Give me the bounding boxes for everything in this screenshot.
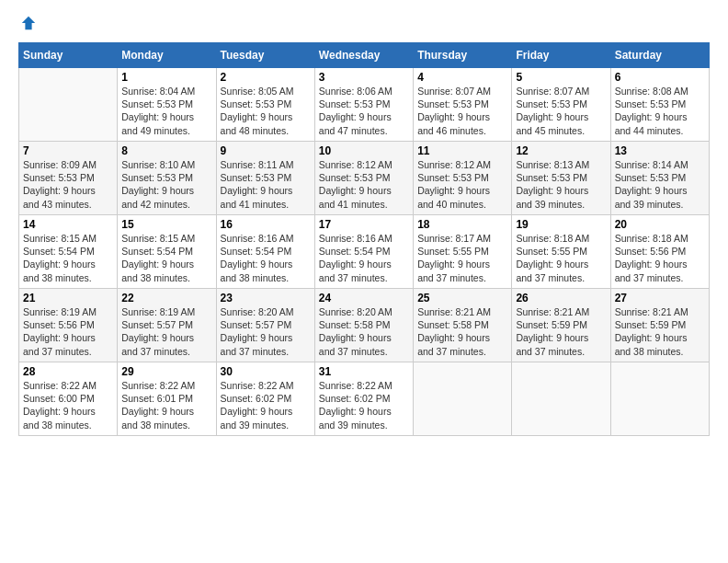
calendar-header-friday: Friday [512, 43, 610, 68]
calendar-cell: 26Sunrise: 8:21 AM Sunset: 5:59 PM Dayli… [512, 289, 610, 362]
day-info: Sunrise: 8:13 AM Sunset: 5:53 PM Dayligh… [516, 158, 606, 211]
day-info: Sunrise: 8:19 AM Sunset: 5:56 PM Dayligh… [23, 305, 113, 358]
day-info: Sunrise: 8:10 AM Sunset: 5:53 PM Dayligh… [121, 158, 211, 211]
day-info: Sunrise: 8:08 AM Sunset: 5:53 PM Dayligh… [615, 85, 705, 137]
day-info: Sunrise: 8:20 AM Sunset: 5:57 PM Dayligh… [221, 305, 311, 358]
day-info: Sunrise: 8:12 AM Sunset: 5:53 PM Dayligh… [319, 158, 409, 211]
day-number: 2 [221, 71, 311, 84]
calendar-cell: 20Sunrise: 8:18 AM Sunset: 5:56 PM Dayli… [610, 215, 709, 289]
calendar-header-wednesday: Wednesday [314, 43, 413, 68]
calendar-cell: 1Sunrise: 8:04 AM Sunset: 5:53 PM Daylig… [118, 68, 216, 142]
day-info: Sunrise: 8:07 AM Sunset: 5:53 PM Dayligh… [516, 85, 606, 137]
day-info: Sunrise: 8:19 AM Sunset: 5:57 PM Dayligh… [121, 305, 211, 358]
day-number: 26 [516, 292, 606, 304]
calendar-cell: 18Sunrise: 8:17 AM Sunset: 5:55 PM Dayli… [414, 215, 512, 289]
day-number: 5 [516, 71, 606, 84]
logo-icon [20, 15, 37, 31]
day-info: Sunrise: 8:22 AM Sunset: 6:02 PM Dayligh… [319, 379, 409, 431]
day-number: 9 [221, 144, 311, 157]
calendar-cell: 23Sunrise: 8:20 AM Sunset: 5:57 PM Dayli… [216, 289, 314, 362]
day-number: 23 [221, 292, 311, 304]
day-number: 6 [615, 71, 705, 84]
day-number: 7 [23, 144, 113, 157]
calendar-cell: 10Sunrise: 8:12 AM Sunset: 5:53 PM Dayli… [314, 142, 413, 215]
calendar-week-4: 21Sunrise: 8:19 AM Sunset: 5:56 PM Dayli… [19, 289, 710, 362]
day-number: 11 [417, 144, 507, 157]
day-info: Sunrise: 8:22 AM Sunset: 6:02 PM Dayligh… [221, 379, 311, 431]
day-info: Sunrise: 8:20 AM Sunset: 5:58 PM Dayligh… [319, 305, 409, 358]
day-number: 13 [615, 144, 705, 157]
calendar-cell: 12Sunrise: 8:13 AM Sunset: 5:53 PM Dayli… [512, 142, 610, 215]
calendar-cell: 25Sunrise: 8:21 AM Sunset: 5:58 PM Dayli… [414, 289, 512, 362]
calendar-cell: 6Sunrise: 8:08 AM Sunset: 5:53 PM Daylig… [610, 68, 709, 142]
calendar-cell [610, 362, 709, 436]
day-number: 19 [516, 218, 606, 231]
day-info: Sunrise: 8:05 AM Sunset: 5:53 PM Dayligh… [221, 85, 311, 137]
day-info: Sunrise: 8:22 AM Sunset: 6:01 PM Dayligh… [121, 379, 211, 431]
day-number: 30 [221, 365, 311, 378]
day-info: Sunrise: 8:21 AM Sunset: 5:59 PM Dayligh… [615, 305, 705, 358]
day-number: 18 [417, 218, 507, 231]
day-number: 29 [121, 365, 211, 378]
page-container: SundayMondayTuesdayWednesdayThursdayFrid… [0, 0, 728, 445]
logo [18, 15, 37, 31]
day-number: 15 [121, 218, 211, 231]
day-number: 31 [319, 365, 409, 378]
calendar-cell: 4Sunrise: 8:07 AM Sunset: 5:53 PM Daylig… [414, 68, 512, 142]
calendar-cell: 5Sunrise: 8:07 AM Sunset: 5:53 PM Daylig… [512, 68, 610, 142]
header [18, 15, 710, 31]
day-number: 1 [121, 71, 211, 84]
day-info: Sunrise: 8:16 AM Sunset: 5:54 PM Dayligh… [319, 232, 409, 284]
day-number: 16 [221, 218, 311, 231]
calendar-week-1: 1Sunrise: 8:04 AM Sunset: 5:53 PM Daylig… [19, 68, 710, 142]
calendar-header-monday: Monday [118, 43, 216, 68]
calendar-header-thursday: Thursday [414, 43, 512, 68]
calendar-cell: 31Sunrise: 8:22 AM Sunset: 6:02 PM Dayli… [314, 362, 413, 436]
calendar-cell: 28Sunrise: 8:22 AM Sunset: 6:00 PM Dayli… [19, 362, 118, 436]
calendar-cell: 14Sunrise: 8:15 AM Sunset: 5:54 PM Dayli… [19, 215, 118, 289]
calendar-cell: 24Sunrise: 8:20 AM Sunset: 5:58 PM Dayli… [314, 289, 413, 362]
calendar-header-row: SundayMondayTuesdayWednesdayThursdayFrid… [19, 43, 710, 68]
calendar-cell: 15Sunrise: 8:15 AM Sunset: 5:54 PM Dayli… [118, 215, 216, 289]
calendar-cell [512, 362, 610, 436]
calendar-week-5: 28Sunrise: 8:22 AM Sunset: 6:00 PM Dayli… [19, 362, 710, 436]
day-number: 14 [23, 218, 113, 231]
day-number: 21 [23, 292, 113, 304]
day-info: Sunrise: 8:16 AM Sunset: 5:54 PM Dayligh… [221, 232, 311, 284]
day-info: Sunrise: 8:04 AM Sunset: 5:53 PM Dayligh… [121, 85, 211, 137]
calendar-cell: 7Sunrise: 8:09 AM Sunset: 5:53 PM Daylig… [19, 142, 118, 215]
calendar-cell: 17Sunrise: 8:16 AM Sunset: 5:54 PM Dayli… [314, 215, 413, 289]
day-info: Sunrise: 8:17 AM Sunset: 5:55 PM Dayligh… [417, 232, 507, 284]
calendar-cell: 9Sunrise: 8:11 AM Sunset: 5:53 PM Daylig… [216, 142, 314, 215]
day-info: Sunrise: 8:06 AM Sunset: 5:53 PM Dayligh… [319, 85, 409, 137]
calendar-cell: 2Sunrise: 8:05 AM Sunset: 5:53 PM Daylig… [216, 68, 314, 142]
day-number: 24 [319, 292, 409, 304]
day-number: 12 [516, 144, 606, 157]
calendar-header-saturday: Saturday [610, 43, 709, 68]
calendar-header-sunday: Sunday [19, 43, 118, 68]
calendar-cell: 29Sunrise: 8:22 AM Sunset: 6:01 PM Dayli… [118, 362, 216, 436]
day-info: Sunrise: 8:18 AM Sunset: 5:55 PM Dayligh… [516, 232, 606, 284]
day-info: Sunrise: 8:09 AM Sunset: 5:53 PM Dayligh… [23, 158, 113, 211]
calendar-cell: 13Sunrise: 8:14 AM Sunset: 5:53 PM Dayli… [610, 142, 709, 215]
day-number: 27 [615, 292, 705, 304]
day-number: 4 [417, 71, 507, 84]
calendar-cell: 21Sunrise: 8:19 AM Sunset: 5:56 PM Dayli… [19, 289, 118, 362]
day-info: Sunrise: 8:11 AM Sunset: 5:53 PM Dayligh… [221, 158, 311, 211]
day-info: Sunrise: 8:18 AM Sunset: 5:56 PM Dayligh… [615, 232, 705, 284]
calendar-cell: 3Sunrise: 8:06 AM Sunset: 5:53 PM Daylig… [314, 68, 413, 142]
day-info: Sunrise: 8:07 AM Sunset: 5:53 PM Dayligh… [417, 85, 507, 137]
calendar-cell: 27Sunrise: 8:21 AM Sunset: 5:59 PM Dayli… [610, 289, 709, 362]
day-number: 25 [417, 292, 507, 304]
day-number: 20 [615, 218, 705, 231]
calendar-cell [414, 362, 512, 436]
day-info: Sunrise: 8:12 AM Sunset: 5:53 PM Dayligh… [417, 158, 507, 211]
day-number: 17 [319, 218, 409, 231]
day-number: 10 [319, 144, 409, 157]
day-info: Sunrise: 8:15 AM Sunset: 5:54 PM Dayligh… [23, 232, 113, 284]
day-info: Sunrise: 8:14 AM Sunset: 5:53 PM Dayligh… [615, 158, 705, 211]
day-number: 22 [121, 292, 211, 304]
calendar-cell: 16Sunrise: 8:16 AM Sunset: 5:54 PM Dayli… [216, 215, 314, 289]
calendar-cell [19, 68, 118, 142]
calendar-cell: 22Sunrise: 8:19 AM Sunset: 5:57 PM Dayli… [118, 289, 216, 362]
